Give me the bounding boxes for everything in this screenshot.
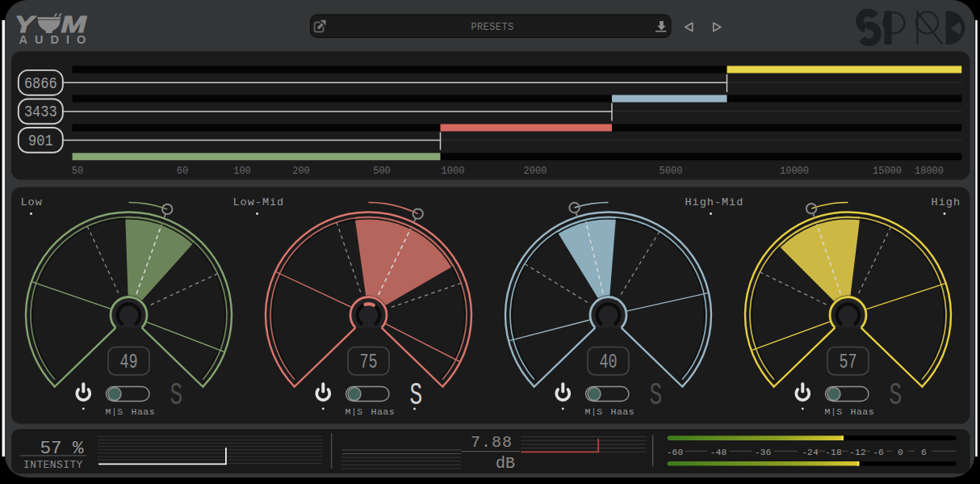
svg-text:6: 6 — [921, 448, 927, 457]
svg-text:M|S: M|S — [106, 406, 124, 417]
svg-text:-36: -36 — [755, 448, 772, 457]
svg-text:15000: 15000 — [873, 166, 902, 177]
svg-text:-60: -60 — [667, 448, 684, 457]
svg-text:0: 0 — [898, 448, 903, 457]
svg-text:dB: dB — [496, 454, 515, 473]
svg-text:75: 75 — [359, 349, 377, 373]
svg-text:Haas: Haas — [611, 406, 635, 417]
svg-text:S: S — [170, 378, 183, 413]
svg-text:60: 60 — [177, 166, 188, 177]
svg-text:M|S: M|S — [825, 406, 843, 417]
svg-text:5000: 5000 — [660, 166, 683, 177]
svg-text:500: 500 — [373, 166, 391, 177]
svg-text:Low: Low — [21, 196, 43, 208]
svg-text:Haas: Haas — [851, 406, 875, 417]
svg-text:-24: -24 — [802, 448, 819, 457]
svg-text:1000: 1000 — [442, 166, 465, 177]
svg-text:-18: -18 — [825, 448, 842, 457]
svg-text:S: S — [410, 378, 423, 413]
svg-text:200: 200 — [292, 166, 310, 177]
svg-text:PRESETS: PRESETS — [471, 22, 513, 33]
svg-text:100: 100 — [233, 166, 251, 177]
svg-text:3433: 3433 — [24, 103, 57, 122]
svg-text:57: 57 — [839, 349, 856, 373]
svg-text:-48: -48 — [710, 448, 727, 457]
svg-text:-12: -12 — [849, 448, 865, 457]
svg-text:M|S: M|S — [585, 406, 603, 417]
svg-text:6866: 6866 — [24, 74, 57, 93]
svg-text:2000: 2000 — [524, 166, 547, 177]
svg-text:INTENSITY: INTENSITY — [23, 459, 83, 471]
svg-text:-6: -6 — [873, 448, 884, 457]
svg-text:M|S: M|S — [346, 406, 363, 417]
svg-text:50: 50 — [72, 166, 83, 177]
svg-text:Haas: Haas — [132, 406, 156, 417]
svg-text:Low-Mid: Low-Mid — [233, 196, 285, 208]
svg-text:S: S — [890, 378, 903, 413]
svg-text:Haas: Haas — [371, 406, 396, 417]
svg-text:40: 40 — [599, 349, 617, 373]
svg-text:901: 901 — [28, 131, 53, 150]
svg-text:S: S — [650, 378, 663, 413]
svg-text:18000: 18000 — [915, 166, 944, 177]
svg-text:49: 49 — [119, 349, 137, 373]
svg-text:AUDIO: AUDIO — [19, 33, 94, 46]
svg-text:High-Mid: High-Mid — [685, 196, 744, 208]
svg-text:10000: 10000 — [780, 166, 809, 177]
svg-text:High: High — [932, 196, 961, 208]
svg-text:7.88: 7.88 — [471, 433, 513, 452]
